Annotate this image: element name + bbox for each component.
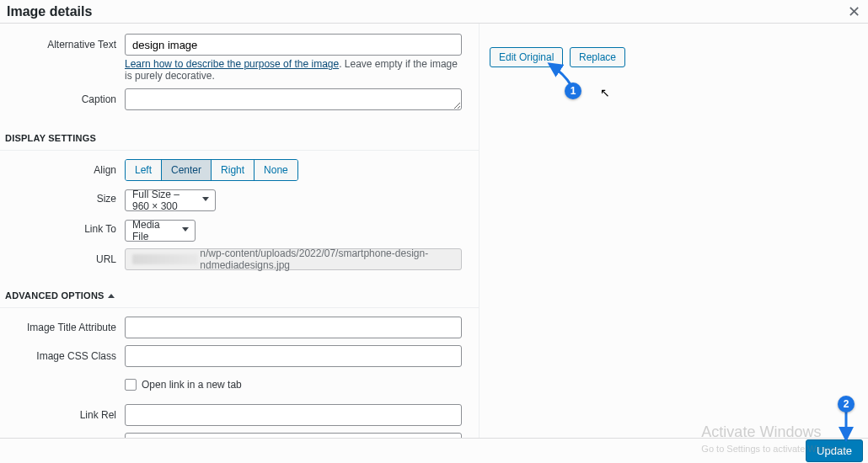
linkto-select[interactable]: Media File (125, 220, 196, 242)
section-advanced-options[interactable]: ADVANCED OPTIONS (0, 275, 479, 308)
row-alt-text: Alternative Text Learn how to describe t… (0, 32, 479, 83)
annotation-badge-2: 2 (838, 396, 855, 412)
title-attr-label: Image Title Attribute (0, 317, 125, 333)
row-link-rel: Link Rel (0, 402, 479, 428)
row-title-attr: Image Title Attribute (0, 315, 479, 340)
advanced-title-text: ADVANCED OPTIONS (5, 290, 104, 301)
title-attr-input[interactable] (125, 317, 462, 338)
align-button-group: Left Center Right None (125, 159, 298, 181)
align-right-button[interactable]: Right (212, 160, 255, 180)
row-link-css: Link CSS Class (0, 431, 479, 438)
image-css-label: Image CSS Class (0, 345, 125, 362)
align-none-button[interactable]: None (255, 160, 297, 180)
caption-label: Caption (0, 88, 125, 105)
linkto-select-value: Media File (132, 219, 174, 242)
url-label: URL (0, 248, 125, 265)
row-size: Size Full Size – 960 × 300 (0, 186, 479, 213)
row-open-new-tab: Open link in a new tab (0, 372, 479, 399)
size-select-value: Full Size – 960 × 300 (132, 189, 195, 212)
url-input[interactable]: n/wp-content/uploads/2022/07/smartphone-… (125, 248, 462, 270)
size-label: Size (0, 188, 125, 205)
open-new-tab-label: Open link in a new tab (142, 379, 242, 391)
annotation-arrow-2 (836, 407, 856, 444)
open-new-tab-checkbox[interactable] (125, 379, 137, 391)
size-select[interactable]: Full Size – 960 × 300 (125, 189, 216, 211)
url-blur-mask (132, 254, 198, 264)
row-linkto: Link To Media File (0, 216, 479, 243)
right-column: Edit Original Replace (479, 24, 868, 438)
image-css-input[interactable] (125, 345, 462, 367)
modal-body: Alternative Text Learn how to describe t… (0, 24, 868, 438)
alt-text-label: Alternative Text (0, 34, 125, 51)
left-column: Alternative Text Learn how to describe t… (0, 24, 479, 438)
modal-title: Image details (7, 4, 92, 19)
align-left-button[interactable]: Left (126, 160, 162, 180)
annotation-badge-1: 1 (565, 82, 581, 99)
align-label: Align (0, 159, 125, 176)
row-align: Align Left Center Right None (0, 157, 479, 183)
alt-text-input[interactable] (125, 34, 462, 56)
link-rel-label: Link Rel (0, 404, 125, 421)
caption-input[interactable] (125, 88, 462, 110)
section-display-settings: DISPLAY SETTINGS (0, 118, 479, 151)
row-image-css: Image CSS Class (0, 343, 479, 369)
caret-up-icon (108, 294, 115, 298)
alt-help-link[interactable]: Learn how to describe the purpose of the… (125, 58, 339, 70)
alt-help-text: Learn how to describe the purpose of the… (125, 58, 462, 82)
close-icon[interactable]: ✕ (846, 3, 861, 21)
url-visible-tail: n/wp-content/uploads/2022/07/smartphone-… (200, 247, 454, 271)
cursor-icon: ↖ (600, 86, 610, 99)
align-center-button[interactable]: Center (162, 160, 212, 180)
row-caption: Caption (0, 87, 479, 114)
linkto-label: Link To (0, 218, 125, 235)
row-url: URL n/wp-content/uploads/2022/07/smartph… (0, 247, 479, 272)
link-rel-input[interactable] (125, 404, 462, 426)
modal-footer: Update (0, 438, 868, 463)
modal-header: Image details ✕ (0, 0, 868, 24)
